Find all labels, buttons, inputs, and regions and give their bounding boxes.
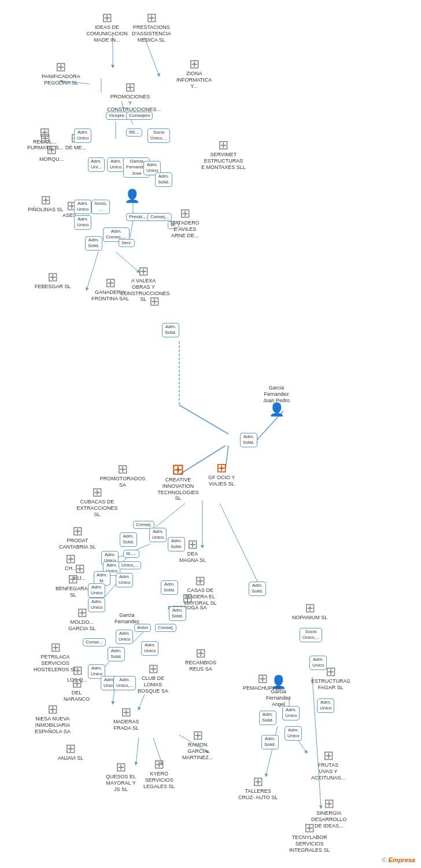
role-socio-unico-2[interactable]: SocioÚnico,... <box>300 628 322 642</box>
building-icon: ⊞ <box>323 749 334 762</box>
building-icon: ⊞ <box>50 641 61 654</box>
role-adm-solid-3[interactable]: Adm.Solid. <box>162 323 179 337</box>
role-consej-4[interactable]: Consej. <box>155 624 176 632</box>
company-prestacions[interactable]: ⊞ PRESTACIONSD'ASSISTENCIAMEDICA SL <box>132 12 171 43</box>
company-piñolinas[interactable]: ⊞ PIÑOLINAS SL <box>28 194 64 213</box>
role-adm-solid-8[interactable]: Adm.Solid. <box>249 582 266 596</box>
company-promociones[interactable]: ⊞ PROMOCIONESYCONSTRUCCIONES... <box>107 81 153 112</box>
role-adm-unico-20[interactable]: Adm.Unico <box>285 726 302 741</box>
role-adm-unico-19[interactable]: Adm.Unico <box>282 706 300 720</box>
company-gf-ocio[interactable]: ⊞ GF OCIO YVIAJES SL <box>208 462 235 487</box>
building-icon: ⊞ <box>189 58 200 71</box>
building-icon: ⊞ <box>326 665 336 678</box>
company-anjavi[interactable]: ⊞ ANJAVI SL <box>58 742 83 762</box>
role-re[interactable]: RE... <box>126 128 142 137</box>
role-secr[interactable]: Secr. <box>119 239 135 247</box>
company-block-low[interactable]: ⊞ <box>149 295 160 308</box>
company-label: NOPANIUM SL <box>292 615 327 621</box>
building-icon: ⊞ <box>180 207 190 220</box>
role-adm-unico-1[interactable]: Adm.Unico <box>74 128 91 143</box>
role-adm-solid-12[interactable]: Adm.Solid. <box>261 735 279 749</box>
company-label: ANJAVI SL <box>58 755 83 762</box>
company-servimet[interactable]: ⊞ SERVIMETESTRUCTURASE MONTAXES SLL <box>201 139 246 170</box>
company-recambios[interactable]: ⊞ RECAMBIOSREUS SA <box>185 647 216 672</box>
role-adm-solid-10[interactable]: Adm.Solid. <box>108 647 125 661</box>
company-frutas[interactable]: ⊞ FRUTASUVAS YACEITUNAS... <box>311 749 345 781</box>
role-adm-solid-4[interactable]: Adm.Solid. <box>240 433 257 447</box>
company-creative[interactable]: ⊞ CREATIVEINNOVATIONTECHNOLOGIES SL <box>155 462 201 502</box>
role-adm-solid-9[interactable]: Adm.Solid. <box>169 606 186 621</box>
person-name-label: GarciaFernandezAngel <box>266 689 291 707</box>
role-adm-unico-18[interactable]: Adm.Unico,... <box>113 676 136 690</box>
company-prodat[interactable]: ⊞ PRODATCANTABRIA SL <box>59 525 96 550</box>
role-adm-unico-6[interactable]: Adm.Unico <box>74 215 91 230</box>
company-promotorados[interactable]: ⊞ PROMOTORADOS SA <box>99 463 146 488</box>
role-adm-solid-11[interactable]: Adm.Solid. <box>259 711 276 725</box>
person-name-label: GarciaFernandezJuan Pedro <box>263 385 290 403</box>
company-febesgar[interactable]: ⊞ FEBESGAR SL <box>35 271 71 290</box>
company-label: DELNARANCO <box>64 690 90 703</box>
brand-name: Empresa <box>389 856 415 863</box>
company-ziona[interactable]: ⊞ ZIONAINFORMATICAY... <box>176 58 212 89</box>
svg-line-26 <box>136 738 139 764</box>
building-icon: ⊞ <box>46 144 57 156</box>
company-label: NIESA NUEVAINMOBILIARIAESPAÑOLA SA <box>35 716 71 734</box>
company-ramon-garcia[interactable]: ⊞ RAMONGARCIAMARTINEZ... <box>182 729 213 760</box>
role-adm-unico-10[interactable]: Adm.Unico <box>88 583 105 598</box>
company-tecnylabor[interactable]: ⊞ TECNYLABORSERVICIOSINTEGRALES SL <box>289 822 330 853</box>
role-socio[interactable]: Socio,... <box>91 200 110 214</box>
company-maderas-frada[interactable]: ⊞ MADERASFRADA SL <box>113 706 139 731</box>
role-adm-unico-3[interactable]: Adm.Unico <box>107 157 124 172</box>
company-benfegaral[interactable]: ⊞ BENFEGARALSL <box>56 573 91 598</box>
company-dea-magna[interactable]: ⊞ DEAMAGNA SL <box>179 538 206 564</box>
company-ideas[interactable]: ⊞ IDEAS DE COMUNICACION MADE IN... <box>84 12 130 43</box>
role-adm-solid-5[interactable]: Adm.Solid. <box>120 532 137 547</box>
role-adm-solid-2[interactable]: Adm.Solid. <box>85 236 102 251</box>
company-kyero[interactable]: ⊞ KYEROSERVICIOSLEGALES SL <box>143 758 175 789</box>
company-niesa[interactable]: ⊞ NIESA NUEVAINMOBILIARIAESPAÑOLA SA <box>35 703 71 734</box>
role-consej-2[interactable]: Consej... <box>147 213 172 221</box>
svg-line-22 <box>133 631 145 642</box>
svg-line-16 <box>156 503 185 527</box>
building-icon: ⊞ <box>47 703 58 716</box>
role-conse[interactable]: Conse... <box>83 638 106 646</box>
company-talleres[interactable]: ⊞ TALLERESCRUZ- AUTO SL <box>238 775 278 801</box>
company-del-naranco[interactable]: ⊞ DELNARANCO <box>64 677 90 703</box>
company-moldo[interactable]: ⊞ MOLDO...GARCIA SL <box>68 606 96 632</box>
building-icon: ⊞ <box>305 602 315 615</box>
company-label: GF OCIO YVIAJES SL <box>208 475 235 487</box>
role-adm-solid-1[interactable]: Adm.Solid. <box>155 172 172 187</box>
company-a-valexa[interactable]: ⊞ A VALEXAOBRAS YCONSTRUCCIONES SL <box>120 265 167 303</box>
company-estructuras-fagar[interactable]: ⊞ ESTRUCTURASFAGAR SL <box>311 665 350 691</box>
role-adm-unico-13[interactable]: Adm.Unico <box>116 630 133 644</box>
person-garcia-juan[interactable]: GarciaFernandezJuan Pedro 👤 <box>263 385 290 416</box>
company-nopanium[interactable]: ⊞ NOPANIUM SL <box>292 602 327 621</box>
role-presid[interactable]: Presid.,.. <box>126 213 150 221</box>
company-label: DEAMAGNA SL <box>179 551 206 564</box>
company-cubacas[interactable]: ⊞ CUBACAS DEEXTRACCIONES SL <box>74 486 120 517</box>
role-adm-unico-14[interactable]: Adm.Unico <box>141 641 158 656</box>
role-adm-unico-11[interactable]: Adm.Unico <box>116 573 133 587</box>
role-adm-unico-21[interactable]: Adm.Unico <box>317 698 334 713</box>
company-matadero[interactable]: ⊞ MATADEROE AVILESARNE DE... <box>171 207 200 238</box>
role-socio-unico[interactable]: SocioÚnico,... <box>147 128 170 143</box>
company-morqu[interactable]: ⊞ MORQU... <box>39 144 64 163</box>
role-antor[interactable]: Antor <box>134 624 151 632</box>
building-icon: ⊞ <box>154 758 164 771</box>
company-panificadora[interactable]: ⊞ PANIFICADORAPEGOLINA SL <box>42 61 80 86</box>
role-adm-unico-2[interactable]: Adm.Uni... <box>88 157 105 172</box>
role-unico[interactable]: Unico,... <box>119 561 141 569</box>
person-1[interactable]: 👤 <box>124 190 140 203</box>
role-adm-unico-7[interactable]: Adm.Unico <box>149 528 167 542</box>
building-icon: ⊞ <box>68 573 78 586</box>
role-id-2[interactable]: Id.,... <box>123 550 139 558</box>
company-label: SERVIMETESTRUCTURASE MONTAXES SLL <box>201 152 246 170</box>
role-adm-unico-5[interactable]: Adm.Unico <box>74 200 91 214</box>
company-label: A VALEXAOBRAS YCONSTRUCCIONES SL <box>120 278 167 303</box>
person-garcia-fern2[interactable]: GarciaFernandez <box>115 612 139 625</box>
company-club-lomas[interactable]: ⊞ CLUB DELOMASBOSQUE SA <box>138 663 168 694</box>
building-icon: ⊞ <box>187 538 198 551</box>
company-quesos[interactable]: ⊞ QUESOS ELMAYORAL YJS SL <box>106 761 136 792</box>
role-consejero[interactable]: Consejero <box>126 112 153 120</box>
company-pemachupi[interactable]: ⊞ PEMACHUPI SL <box>243 672 282 692</box>
